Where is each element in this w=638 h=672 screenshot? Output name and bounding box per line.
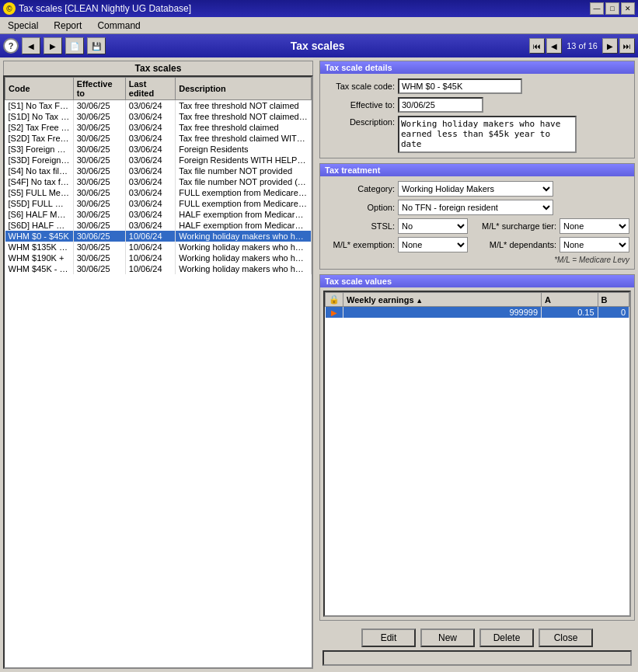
description-label: Description: <box>325 117 395 127</box>
values-table: 🔒 Weekly earnings A B ▶ 999999 0.15 0 <box>325 292 629 318</box>
cell-code: [S3] Foreign Resid... <box>5 144 74 155</box>
stsl-row: STSL: No M/L* surcharge tier: None <box>325 218 629 234</box>
title-bar-controls: — □ ✕ <box>590 2 635 15</box>
category-label: Category: <box>325 184 395 193</box>
treatment-section: Tax treatment Category: Working Holiday … <box>319 163 635 270</box>
option-select[interactable]: No TFN - foreign resident <box>398 200 553 215</box>
table-row[interactable]: [S5D] FULL Medic... 30/06/25 03/06/24 FU… <box>5 198 312 209</box>
tax-scales-table: Code Effective to Last edited Descriptio… <box>5 77 312 274</box>
menu-report[interactable]: Report <box>49 19 86 33</box>
description-textarea[interactable] <box>398 116 577 153</box>
main-content: Tax scales Code Effective to Last edited… <box>0 57 638 672</box>
values-col-lock: 🔒 <box>326 293 343 307</box>
ml-surcharge-label: M/L* surcharge tier: <box>471 221 556 231</box>
close-button-main[interactable]: Close <box>539 628 593 647</box>
cell-desc: HALF exemption from Medicare levy cl... <box>176 220 312 231</box>
table-row[interactable]: [S6] HALF Medica... 30/06/25 03/06/24 HA… <box>5 209 312 220</box>
table-row[interactable]: [S4F] No tax file nu... 30/06/25 03/06/2… <box>5 176 312 187</box>
cell-code: [S2] Tax Free Thre... <box>5 122 74 133</box>
details-body: Tax scale code: Effective to: Descriptio… <box>320 74 634 158</box>
cell-edited: 03/06/24 <box>125 133 175 144</box>
table-row[interactable]: [S1D] No Tax Free... 30/06/25 03/06/24 T… <box>5 111 312 122</box>
cell-edited: 03/06/24 <box>125 198 175 209</box>
toolbar-btn-1[interactable]: ◀ <box>22 37 40 54</box>
values-table-container[interactable]: 🔒 Weekly earnings A B ▶ 999999 0.15 0 <box>323 291 631 617</box>
nav-next-button[interactable]: ▶ <box>602 38 618 54</box>
cell-desc: Foreign Residents WITH HELP/SFSS... <box>176 155 312 165</box>
table-row[interactable]: [S6D] HALF Medic... 30/06/25 03/06/24 HA… <box>5 220 312 231</box>
table-row[interactable]: WHM $0 - $45K 30/06/25 10/06/24 Working … <box>5 231 312 242</box>
cell-effective: 30/06/25 <box>73 111 125 122</box>
values-row[interactable]: ▶ 999999 0.15 0 <box>326 307 629 319</box>
table-row[interactable]: [S3D] Foreign Resi... 30/06/25 03/06/24 … <box>5 155 312 165</box>
nav-controls: ⏮ ◀ 13 of 16 ▶ ⏭ <box>529 38 635 54</box>
delete-button[interactable]: Delete <box>479 628 534 647</box>
values-cell-b: 0 <box>598 307 629 319</box>
ml-note: *M/L = Medicare Levy <box>325 256 629 264</box>
new-button[interactable]: New <box>420 628 475 647</box>
maximize-button[interactable]: □ <box>605 2 619 15</box>
category-select[interactable]: Working Holiday Makers <box>398 181 553 197</box>
close-button[interactable]: ✕ <box>621 2 635 15</box>
table-row[interactable]: WHM $45K - $135K 30/06/25 10/06/24 Worki… <box>5 263 312 274</box>
cell-desc: Tax file number NOT provided (Foreign) <box>176 176 312 187</box>
toolbar: ? ◀ ▶ 📄 💾 Tax scales ⏮ ◀ 13 of 16 ▶ ⏭ <box>0 34 638 57</box>
stsl-label: STSL: <box>325 221 395 231</box>
cell-code: [S2D] Tax Free Th... <box>5 133 74 144</box>
edit-button[interactable]: Edit <box>361 628 416 647</box>
treatment-body: Category: Working Holiday Makers Option:… <box>320 176 634 269</box>
treatment-title: Tax treatment <box>320 164 634 176</box>
table-row[interactable]: [S4] No tax file nu... 30/06/25 03/06/24… <box>5 165 312 176</box>
cell-effective: 30/06/25 <box>73 187 125 198</box>
cell-effective: 30/06/25 <box>73 122 125 133</box>
table-row[interactable]: [S1] No Tax Free ... 30/06/25 03/06/24 T… <box>5 100 312 112</box>
cell-effective: 30/06/25 <box>73 220 125 231</box>
cell-code: [S6D] HALF Medic... <box>5 220 74 231</box>
ml-exemption-label: M/L* exemption: <box>325 240 395 249</box>
menu-command[interactable]: Command <box>92 19 145 33</box>
cell-desc: Working holiday makers who have ear... <box>176 231 312 242</box>
action-buttons: Edit New Delete Close <box>322 628 632 647</box>
ml-exemption-select[interactable]: None <box>398 237 468 252</box>
stsl-select[interactable]: No <box>398 218 468 234</box>
toolbar-btn-3[interactable]: 📄 <box>65 37 84 54</box>
help-button[interactable]: ? <box>3 38 19 54</box>
menu-special[interactable]: Special <box>3 19 43 33</box>
table-row[interactable]: WHM $135K - $19... 30/06/25 10/06/24 Wor… <box>5 242 312 252</box>
effective-to-input[interactable] <box>398 97 483 113</box>
nav-first-button[interactable]: ⏮ <box>529 38 545 54</box>
effective-to-row: Effective to: <box>325 97 629 113</box>
table-row[interactable]: [S2D] Tax Free Th... 30/06/25 03/06/24 T… <box>5 133 312 144</box>
table-row[interactable]: [S5] FULL Medica... 30/06/25 03/06/24 FU… <box>5 187 312 198</box>
tax-scales-table-container[interactable]: Code Effective to Last edited Descriptio… <box>3 75 313 669</box>
table-row[interactable]: WHM $190K + 30/06/25 10/06/24 Working ho… <box>5 252 312 263</box>
table-row[interactable]: [S3] Foreign Resid... 30/06/25 03/06/24 … <box>5 144 312 155</box>
cell-desc: Tax file number NOT provided <box>176 165 312 176</box>
minimize-button[interactable]: — <box>590 2 604 15</box>
ml-dependants-select[interactable]: None <box>560 237 629 252</box>
scale-code-input[interactable] <box>398 78 522 94</box>
cell-edited: 10/06/24 <box>125 242 175 252</box>
toolbar-btn-4[interactable]: 💾 <box>87 37 106 54</box>
cell-effective: 30/06/25 <box>73 165 125 176</box>
ml-surcharge-select[interactable]: None <box>560 218 629 234</box>
ml-exemption-row: M/L* exemption: None M/L* dependants: No… <box>325 237 629 252</box>
effective-to-label: Effective to: <box>325 100 395 110</box>
table-row[interactable]: [S2] Tax Free Thre... 30/06/25 03/06/24 … <box>5 122 312 133</box>
cell-desc: Foreign Residents <box>176 144 312 155</box>
window-title: Tax scales [CLEAN Nightly UG Database] <box>19 3 191 14</box>
cell-effective: 30/06/25 <box>73 252 125 263</box>
cell-desc: Tax free threshold claimed WITH HEL... <box>176 133 312 144</box>
nav-prev-button[interactable]: ◀ <box>546 38 562 54</box>
menu-bar: Special Report Command <box>0 17 638 34</box>
ml-dependants-label: M/L* dependants: <box>471 240 556 249</box>
toolbar-btn-2[interactable]: ▶ <box>44 37 62 54</box>
scale-code-label: Tax scale code: <box>325 82 395 91</box>
cell-code: [S5] FULL Medica... <box>5 187 74 198</box>
title-bar: © Tax scales [CLEAN Nightly UG Database]… <box>0 0 638 17</box>
values-col-b: B <box>598 293 629 307</box>
nav-last-button[interactable]: ⏭ <box>619 38 635 54</box>
cell-code: [S4F] No tax file nu... <box>5 176 74 187</box>
cell-code: [S3D] Foreign Resi... <box>5 155 74 165</box>
cell-edited: 03/06/24 <box>125 122 175 133</box>
